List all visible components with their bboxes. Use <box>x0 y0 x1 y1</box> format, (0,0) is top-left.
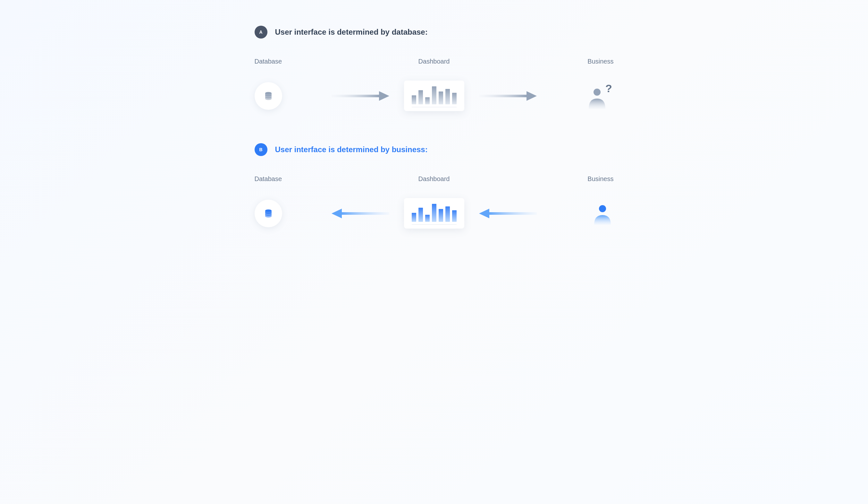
section-b-title: User interface is determined by business… <box>275 145 428 154</box>
arrow-left-b-2 <box>466 209 550 218</box>
bar <box>418 90 423 104</box>
database-icon-circle <box>255 82 282 110</box>
section-a-title: User interface is determined by database… <box>275 28 428 37</box>
node-database-a <box>255 82 319 110</box>
node-dashboard-a <box>402 81 466 111</box>
bar <box>425 97 430 104</box>
bar <box>412 95 416 104</box>
arrow-right-a-2 <box>466 91 550 101</box>
bar <box>432 86 436 104</box>
dashboard-card-b <box>404 198 464 229</box>
arrow-left-icon <box>479 209 537 218</box>
node-dashboard-b <box>402 198 466 229</box>
node-business-a: ? <box>550 83 614 109</box>
section-a-flow: ? <box>255 81 614 111</box>
diagram-container: A User interface is determined by databa… <box>242 26 627 229</box>
label-database-a: Database <box>255 58 319 65</box>
svg-rect-6 <box>341 212 389 215</box>
divider <box>412 107 457 107</box>
svg-point-8 <box>599 205 606 212</box>
node-database-b <box>255 200 319 227</box>
svg-rect-7 <box>489 212 537 215</box>
database-icon <box>264 91 273 101</box>
badge-b: B <box>255 143 267 156</box>
person-confused-icon: ? <box>585 83 614 109</box>
arrow-right-a-1 <box>319 91 402 101</box>
database-icon <box>264 209 273 218</box>
section-b: B User interface is determined by busine… <box>255 143 614 229</box>
bar <box>432 204 436 222</box>
dashboard-card-a <box>404 81 464 111</box>
label-business-b: Business <box>550 175 614 183</box>
svg-point-3 <box>593 89 601 96</box>
section-b-labels: Database Dashboard Business <box>255 175 614 183</box>
arrow-left-b-1 <box>319 209 402 218</box>
bar <box>412 213 416 222</box>
badge-a: A <box>255 26 267 39</box>
label-business-a: Business <box>550 58 614 65</box>
section-a-labels: Database Dashboard Business <box>255 58 614 65</box>
node-business-b <box>550 202 614 225</box>
section-a: A User interface is determined by databa… <box>255 26 614 111</box>
database-icon-circle <box>255 200 282 227</box>
bar <box>418 208 423 222</box>
bar <box>452 93 457 104</box>
label-dashboard-b: Dashboard <box>402 175 466 183</box>
arrow-right-icon <box>479 91 537 101</box>
section-a-header: A User interface is determined by databa… <box>255 26 614 39</box>
person-icon <box>591 202 614 225</box>
arrow-right-icon <box>332 91 389 101</box>
bar <box>438 91 443 104</box>
bar <box>438 209 443 222</box>
bar <box>425 215 430 222</box>
bar <box>445 206 450 222</box>
bar <box>445 89 450 104</box>
section-b-flow <box>255 198 614 229</box>
bar-chart-icon-b <box>412 204 457 222</box>
bar <box>452 210 457 222</box>
bar-chart-icon-a <box>412 86 457 104</box>
svg-text:?: ? <box>606 83 612 94</box>
label-database-b: Database <box>255 175 319 183</box>
label-dashboard-a: Dashboard <box>402 58 466 65</box>
divider <box>412 224 457 225</box>
svg-rect-2 <box>479 95 527 97</box>
section-b-header: B User interface is determined by busine… <box>255 143 614 156</box>
arrow-left-icon <box>332 209 389 218</box>
svg-rect-1 <box>332 95 380 97</box>
